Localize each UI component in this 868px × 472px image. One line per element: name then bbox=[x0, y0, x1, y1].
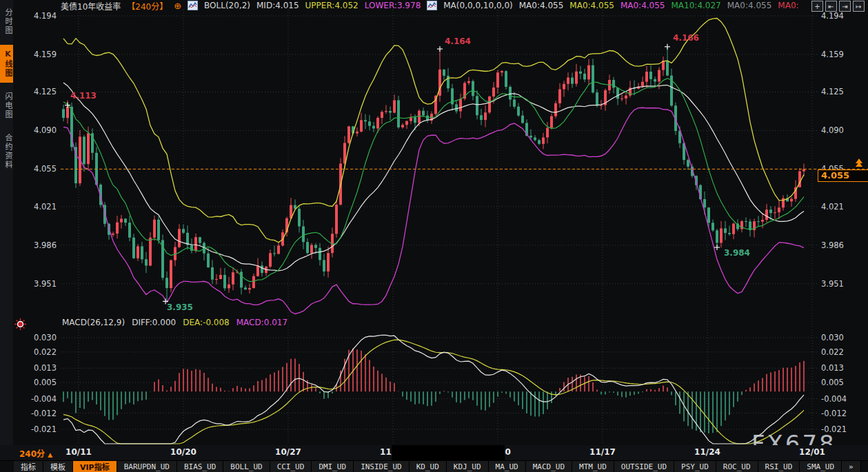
last-price-tag: 4.055 bbox=[818, 170, 868, 182]
svg-text:0.022: 0.022 bbox=[821, 347, 844, 357]
x-axis-label: 10/11 bbox=[65, 447, 92, 457]
period-footer-label[interactable]: 240分 ▲ bbox=[19, 447, 52, 459]
toolbar-tab-VIP指标[interactable]: VIP指标 bbox=[73, 461, 117, 472]
svg-text:4.113: 4.113 bbox=[70, 91, 97, 101]
toolbar-tab-MACD_UD[interactable]: MACD_UD bbox=[526, 461, 572, 472]
x-axis-label: 10/27 bbox=[275, 447, 301, 457]
macd-dea-label: DEA:-0.008 bbox=[183, 318, 230, 327]
ma-indicator-icon[interactable] bbox=[427, 1, 437, 10]
redaction-box bbox=[392, 445, 505, 460]
svg-text:3.984: 3.984 bbox=[724, 248, 750, 258]
axis-scale-right-icon[interactable]: ⇥ bbox=[839, 1, 851, 12]
macd-name-label: MACD(26,12,9) bbox=[62, 318, 125, 327]
ma-value-label-3: MA10:4.027 bbox=[672, 1, 721, 10]
svg-text:4.166: 4.166 bbox=[673, 33, 699, 43]
ma-value-label-1: MA0:4.055 bbox=[569, 1, 614, 10]
chart-type-sidebar: 分时图K线图闪电图合约资料 bbox=[0, 0, 13, 472]
toolbar-tab-SMA_UD[interactable]: SMA_UD bbox=[800, 461, 842, 472]
svg-text:-0.004: -0.004 bbox=[821, 394, 847, 404]
boll-indicator-icon[interactable] bbox=[188, 1, 198, 10]
toolbar-tab-INSIDE_UD[interactable]: INSIDE_UD bbox=[354, 461, 410, 472]
x-axis-row: 240分 ▲ 10/1110/2010/2711/0311/1011/1711/… bbox=[0, 445, 868, 460]
axis-scale-left-icon[interactable]: ⇤ bbox=[825, 1, 837, 12]
crosshair-icon[interactable]: + bbox=[811, 1, 823, 12]
sidebar-item-分时图[interactable]: 分时图 bbox=[0, 3, 13, 40]
ma-values: MA0:4.055MA0:4.055MA0:4.055MA10:4.027MA0… bbox=[519, 1, 799, 10]
sidebar-item-K线图[interactable]: K线图 bbox=[0, 45, 13, 83]
ma-value-label-0: MA0:4.055 bbox=[519, 1, 564, 10]
svg-text:-0.021: -0.021 bbox=[31, 424, 57, 434]
svg-text:0.030: 0.030 bbox=[34, 333, 57, 342]
ma-value-label-5: MA0: bbox=[778, 1, 798, 10]
sidebar-item-合约资料[interactable]: 合约资料 bbox=[0, 129, 13, 174]
period-expand-icon: ▲ bbox=[48, 451, 52, 458]
toolbar-tab-MTM_UD[interactable]: MTM_UD bbox=[572, 461, 614, 472]
svg-text:4.021: 4.021 bbox=[821, 202, 844, 212]
svg-text:-0.004: -0.004 bbox=[31, 394, 57, 404]
macd-macd-label: MACD:0.017 bbox=[236, 318, 287, 327]
svg-text:3.951: 3.951 bbox=[821, 279, 844, 289]
svg-text:4.159: 4.159 bbox=[821, 50, 844, 59]
toolbar-tab-BOLL_UD[interactable]: BOLL_UD bbox=[223, 461, 270, 472]
x-axis-label: 10/20 bbox=[170, 447, 196, 457]
period-label[interactable]: 【240分】 bbox=[127, 0, 168, 12]
pan-right-icon[interactable]: ↦ bbox=[853, 1, 865, 12]
sidebar-item-闪电图[interactable]: 闪电图 bbox=[0, 88, 13, 124]
indicator-settings-icon[interactable] bbox=[14, 318, 26, 330]
toolbar-tab-KDJ_UD[interactable]: KDJ_UD bbox=[447, 461, 489, 472]
svg-text:3.986: 3.986 bbox=[821, 240, 844, 250]
svg-text:0.013: 0.013 bbox=[34, 363, 57, 373]
ma-value-label-2: MA0:4.055 bbox=[620, 1, 665, 10]
toolbar-tab-»[interactable]: » bbox=[842, 461, 861, 472]
svg-text:0.022: 0.022 bbox=[34, 347, 57, 357]
svg-text:-0.012: -0.012 bbox=[31, 409, 57, 418]
svg-text:0.013: 0.013 bbox=[821, 363, 844, 373]
x-axis-label: 12/01 bbox=[799, 447, 825, 457]
page-title: 美债10年收益率 bbox=[61, 0, 121, 12]
svg-text:4.164: 4.164 bbox=[445, 37, 471, 46]
toolbar-tab-RSI_UD[interactable]: RSI_UD bbox=[758, 461, 800, 472]
trading-app-window: 4.1944.1944.1594.1594.1254.1254.0904.090… bbox=[0, 0, 868, 472]
svg-text:4.159: 4.159 bbox=[34, 50, 57, 59]
macd-header: MACD(26,12,9) DIFF:0.000 DEA:-0.008 MACD… bbox=[62, 318, 287, 327]
svg-text:3.951: 3.951 bbox=[34, 279, 57, 289]
toolbar-tab-模板[interactable]: 模板 bbox=[43, 461, 73, 472]
chart-header: 美债10年收益率 【240分】 ⊕ BOLL(20,2) MID:4.015 U… bbox=[61, 0, 799, 11]
candlestick-chart[interactable]: 4.1944.1944.1594.1594.1254.1254.0904.090… bbox=[0, 0, 868, 445]
svg-text:3.935: 3.935 bbox=[167, 302, 193, 312]
svg-text:0.005: 0.005 bbox=[821, 378, 844, 387]
toolbar-tab-OUTSIDE_UD[interactable]: OUTSIDE_UD bbox=[614, 461, 674, 472]
boll-mid-label: MID:4.015 bbox=[256, 1, 299, 10]
ma-name-label: MA(0,0,0,10,0,0) bbox=[443, 1, 512, 10]
toolbar-tab-DMI_UD[interactable]: DMI_UD bbox=[312, 461, 354, 472]
svg-text:0.005: 0.005 bbox=[34, 378, 57, 387]
svg-text:-0.012: -0.012 bbox=[821, 409, 847, 418]
indicator-toolbar: 指标模板VIP指标BARUPDN_UDBIAS_UDBOLL_UDCCI_UDD… bbox=[0, 460, 868, 472]
x-axis-label: 11/24 bbox=[694, 447, 720, 457]
period-footer-text: 240分 bbox=[19, 449, 45, 459]
boll-name-label: BOLL(20,2) bbox=[204, 1, 250, 10]
toolbar-tab-BARUPDN_UD[interactable]: BARUPDN_UD bbox=[117, 461, 177, 472]
svg-text:4.125: 4.125 bbox=[34, 87, 57, 96]
svg-text:4.090: 4.090 bbox=[821, 125, 844, 135]
plus-circle-icon[interactable]: ⊕ bbox=[174, 1, 181, 11]
toolbar-tab-CCI_UD[interactable]: CCI_UD bbox=[270, 461, 312, 472]
toolbar-tab-KD_UD[interactable]: KD_UD bbox=[410, 461, 447, 472]
svg-text:4.125: 4.125 bbox=[821, 87, 844, 96]
toolbar-tab-PSY_UD[interactable]: PSY_UD bbox=[674, 461, 716, 472]
svg-text:4.021: 4.021 bbox=[34, 202, 57, 212]
svg-text:4.194: 4.194 bbox=[34, 11, 57, 21]
toolbar-tab-指标[interactable]: 指标 bbox=[14, 461, 43, 472]
toolbar-tab-BIAS_UD[interactable]: BIAS_UD bbox=[177, 461, 223, 472]
toolbar-tab-MA_UD[interactable]: MA_UD bbox=[489, 461, 526, 472]
svg-text:4.194: 4.194 bbox=[821, 11, 844, 21]
boll-upper-label: UPPER:4.052 bbox=[305, 1, 359, 10]
boll-lower-label: LOWER:3.978 bbox=[365, 1, 421, 10]
toolbar-tab-ROC_UD[interactable]: ROC_UD bbox=[716, 461, 758, 472]
window-icon-bar: +⇤⇥↦ bbox=[811, 1, 865, 12]
ma-value-label-4: MA0:4.055 bbox=[727, 1, 772, 10]
svg-text:0.030: 0.030 bbox=[821, 333, 844, 342]
x-axis-label: 11/17 bbox=[589, 447, 616, 457]
svg-text:4.055: 4.055 bbox=[34, 164, 57, 174]
macd-diff-label: DIFF:0.000 bbox=[132, 318, 176, 327]
